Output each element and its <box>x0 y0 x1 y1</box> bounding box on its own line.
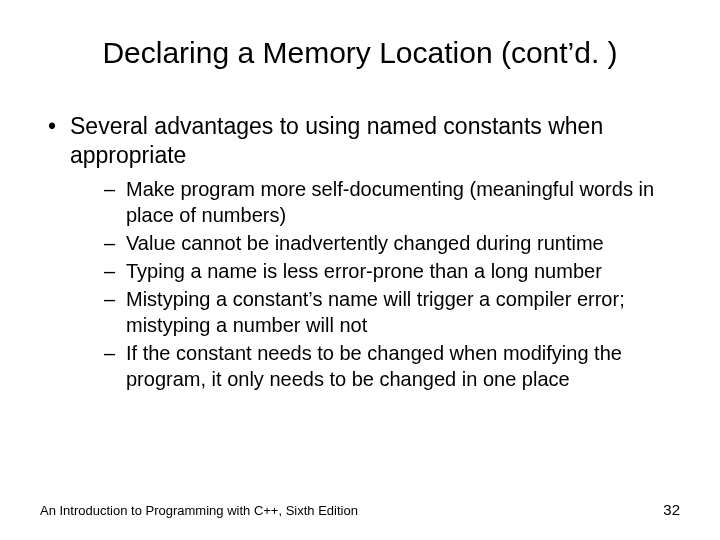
bullet-text: Typing a name is less error-prone than a… <box>126 260 602 282</box>
list-item: Make program more self-documenting (mean… <box>104 176 680 228</box>
bullet-text: Make program more self-documenting (mean… <box>126 178 654 226</box>
list-item: Value cannot be inadvertently changed du… <box>104 230 680 256</box>
bullet-text: Value cannot be inadvertently changed du… <box>126 232 604 254</box>
page-number: 32 <box>663 501 680 518</box>
list-item: Typing a name is less error-prone than a… <box>104 258 680 284</box>
list-item: Mistyping a constant’s name will trigger… <box>104 286 680 338</box>
footer-text: An Introduction to Programming with C++,… <box>40 503 358 518</box>
bullet-text: If the constant needs to be changed when… <box>126 342 622 390</box>
slide-footer: An Introduction to Programming with C++,… <box>40 501 680 518</box>
bullet-text: Several advantages to using named consta… <box>70 113 603 168</box>
slide: Declaring a Memory Location (cont’d. ) S… <box>0 0 720 540</box>
list-item: If the constant needs to be changed when… <box>104 340 680 392</box>
slide-title: Declaring a Memory Location (cont’d. ) <box>40 36 680 70</box>
bullet-text: Mistyping a constant’s name will trigger… <box>126 288 625 336</box>
bullet-list-level2: Make program more self-documenting (mean… <box>70 176 680 392</box>
bullet-list-level1: Several advantages to using named consta… <box>40 112 680 392</box>
list-item: Several advantages to using named consta… <box>48 112 680 392</box>
